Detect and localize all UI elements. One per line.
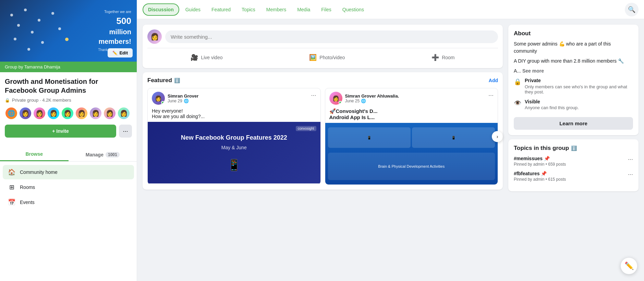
carousel-next-button[interactable]: › — [492, 131, 503, 142]
app-screenshot-1: 📱 — [367, 136, 371, 140]
topic-info: #memissues 📌 Pinned by admin • 659 posts — [514, 156, 628, 167]
main-area: Discussion Guides Featured Topics Member… — [137, 0, 644, 281]
about-description: Some power admins 💪 who are a part of th… — [514, 40, 633, 55]
card-header: 👩 Simran Grover Ahluwalia. June 25 🌐 — [325, 88, 498, 108]
topic-item: #memissues 📌 Pinned by admin • 659 posts… — [514, 156, 633, 167]
featured-header: Featured ℹ️ Add — [147, 77, 498, 84]
post-input[interactable] — [165, 30, 498, 43]
tab-discussion[interactable]: Discussion — [143, 3, 179, 16]
rooms-icon: ⊞ — [8, 183, 16, 191]
tab-members[interactable]: Members — [262, 4, 291, 15]
banner-members: members! — [98, 37, 131, 46]
write-message-button[interactable]: ✏️ — [621, 258, 637, 274]
avatar: 👩 — [89, 107, 102, 120]
card-date: June 29 🌐 — [168, 99, 198, 103]
globe-icon: 🌐 — [361, 99, 366, 103]
learn-more-button[interactable]: Learn more — [514, 117, 633, 130]
globe-icon: 🌐 — [184, 99, 189, 103]
card-avatar: 👩 — [329, 92, 342, 105]
edit-button[interactable]: ✏️ Edit — [108, 48, 133, 58]
topic-info: #fbfeatures 📌 Pinned by admin • 615 post… — [514, 171, 628, 182]
room-button[interactable]: ➕ Room — [427, 52, 459, 63]
tab-files[interactable]: Files — [316, 4, 336, 15]
topics-header: Topics in this group ℹ️ — [514, 145, 633, 152]
search-button[interactable]: 🔍 — [625, 3, 639, 16]
tab-media[interactable]: Media — [292, 4, 315, 15]
sidebar: Together we are 500 million members! Tha… — [0, 0, 137, 281]
about-visible-item: 👁️ Visible Anyone can find this group. — [514, 99, 633, 111]
banner-million: million — [98, 27, 131, 37]
card-text-2: 🚀Convosight's D... Android App Is L... — [325, 108, 498, 123]
topic-item: #fbfeatures 📌 Pinned by admin • 615 post… — [514, 171, 633, 182]
card-author: Simran Grover — [168, 93, 198, 99]
card-user: 👩 Simran Grover Ahluwalia. June 25 🌐 — [329, 92, 399, 105]
group-banner: Together we are 500 million members! Tha… — [0, 0, 137, 62]
see-more-link[interactable]: See more — [522, 68, 544, 74]
browse-manage-tabs: Browse Manage 1001 — [0, 148, 137, 162]
more-options-button[interactable]: ··· — [119, 125, 132, 138]
sidebar-actions: + Invite ··· — [5, 125, 132, 138]
avatar: 👩 — [117, 107, 130, 120]
invite-button[interactable]: + Invite — [5, 125, 116, 138]
topics-info-icon[interactable]: ℹ️ — [571, 145, 577, 151]
live-video-button[interactable]: 🎥 Live video — [186, 52, 227, 63]
avatar: 👩 — [47, 107, 60, 120]
topic-meta: Pinned by admin • 615 posts — [514, 177, 628, 182]
avatar: 👩 — [33, 107, 46, 120]
featured-title-row: Featured ℹ️ — [147, 77, 180, 84]
info-icon[interactable]: ℹ️ — [174, 78, 180, 83]
card-author: Simran Grover Ahluwalia. — [345, 93, 399, 99]
sidebar-item-events[interactable]: 📅 Events — [3, 195, 134, 209]
lock-icon: 🔒 — [5, 98, 10, 103]
nav-item-label: Rooms — [20, 184, 35, 190]
tab-featured[interactable]: Featured — [207, 4, 235, 15]
card-options-button[interactable]: ··· — [311, 92, 316, 99]
group-title: Growth and Monetisation for Facebook Gro… — [5, 77, 132, 95]
topics-title: Topics in this group — [514, 145, 569, 152]
app-screenshot-2: 📱 — [451, 136, 455, 140]
avatar: 👩 — [61, 107, 74, 120]
avatar: 👩 — [103, 107, 116, 120]
browse-tab[interactable]: Browse — [0, 148, 69, 161]
add-featured-link[interactable]: Add — [489, 78, 498, 83]
featured-section: Featured ℹ️ Add 👩 — [143, 72, 503, 190]
live-video-icon: 🎥 — [191, 54, 198, 61]
tab-topics[interactable]: Topics — [237, 4, 260, 15]
topic-name: #memissues 📌 — [514, 156, 628, 161]
manage-tab[interactable]: Manage 1001 — [69, 148, 137, 161]
right-column: About Some power admins 💪 who are a part… — [508, 25, 639, 276]
tab-guides[interactable]: Guides — [181, 4, 205, 15]
sidebar-info: Growth and Monetisation for Facebook Gro… — [0, 72, 137, 148]
featured-cards: 👩 Simran Grover June 29 🌐 — [147, 88, 498, 185]
card-image-2: 📱 📱 Brain & Physical Development Activit… — [325, 123, 498, 184]
card-options-button[interactable]: ··· — [488, 92, 494, 99]
topic-more-button[interactable]: ··· — [628, 171, 633, 178]
events-icon: 📅 — [8, 199, 16, 206]
manage-badge: 1001 — [106, 152, 120, 157]
card-image-subtitle: May & June — [181, 145, 287, 150]
user-avatar: 👩 — [147, 29, 162, 44]
write-icon: ✏️ — [624, 261, 634, 270]
photo-video-button[interactable]: 🖼️ Photo/video — [305, 52, 349, 63]
featured-card: 👩 Simran Grover Ahluwalia. June 25 🌐 — [325, 88, 498, 185]
search-icon: 🔍 — [628, 6, 635, 13]
topic-more-button[interactable]: ··· — [628, 156, 633, 163]
card-brand: convosight — [296, 126, 316, 131]
post-input-row: 👩 — [147, 29, 498, 44]
topics-box: Topics in this group ℹ️ #memissues 📌 Pin… — [508, 139, 639, 191]
topic-meta: Pinned by admin • 659 posts — [514, 162, 628, 167]
banner-number: 500 — [98, 15, 131, 27]
chevron-right-icon: › — [497, 134, 498, 139]
room-icon: ➕ — [432, 54, 439, 61]
online-indicator — [161, 101, 165, 104]
post-box: 👩 🎥 Live video 🖼️ Photo/video ➕ Room — [143, 25, 503, 68]
post-actions: 🎥 Live video 🖼️ Photo/video ➕ Room — [147, 48, 498, 63]
about-private-item: 🔒 Private Only members can see who's in … — [514, 77, 633, 94]
pencil-icon: ✏️ — [112, 51, 118, 55]
card-date: June 25 🌐 — [345, 99, 399, 103]
tab-questions[interactable]: Questions — [338, 4, 369, 15]
featured-label: Featured — [147, 77, 172, 84]
card-avatar: 👩 — [152, 92, 165, 105]
sidebar-item-rooms[interactable]: ⊞ Rooms — [3, 180, 134, 194]
sidebar-item-community-home[interactable]: 🏠 Community home — [3, 165, 134, 179]
